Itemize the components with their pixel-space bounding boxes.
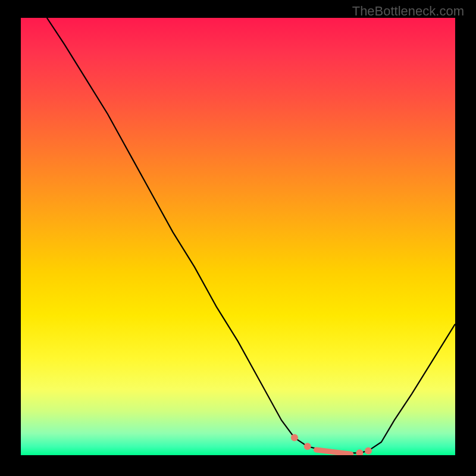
chart-marker-dot — [365, 447, 372, 455]
chart-marker-dot — [304, 443, 311, 450]
chart-curve — [47, 18, 455, 453]
watermark-text: TheBottleneck.com — [352, 4, 464, 19]
chart-marker-dot — [291, 434, 298, 441]
chart-markers — [291, 434, 372, 455]
chart-marker-dash — [316, 450, 350, 454]
chart-plot-area — [21, 18, 455, 455]
chart-marker-dot — [356, 449, 363, 455]
chart-svg — [21, 18, 455, 455]
